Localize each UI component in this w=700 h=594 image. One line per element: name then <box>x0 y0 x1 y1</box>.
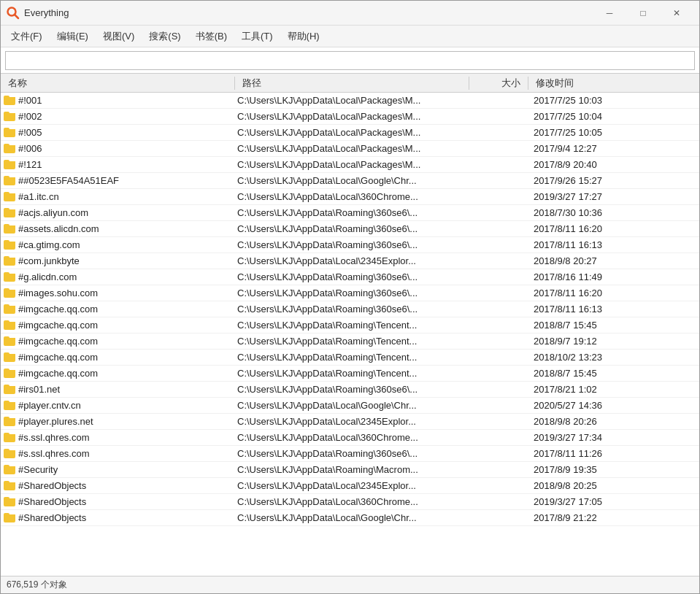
menu-file[interactable]: 文件(F) <box>4 27 50 46</box>
window-controls: ─ □ ✕ <box>593 1 693 26</box>
row-name-text: #imgcache.qq.com <box>18 352 98 363</box>
row-name-cell: #imgcache.qq.com <box>1 336 234 347</box>
folder-icon <box>4 385 15 394</box>
row-modified-cell: 2018/8/7 15:45 <box>526 320 643 331</box>
table-row[interactable]: #!005 C:\Users\LKJ\AppData\Local\Package… <box>1 125 699 141</box>
table-row[interactable]: #irs01.net C:\Users\LKJ\AppData\Roaming\… <box>1 382 699 398</box>
row-path-cell: C:\Users\LKJ\AppData\Local\Google\Chr... <box>234 512 468 523</box>
folder-icon <box>4 417 15 426</box>
table-row[interactable]: #com.junkbyte C:\Users\LKJ\AppData\Local… <box>1 253 699 269</box>
menu-edit[interactable]: 编辑(E) <box>50 27 96 46</box>
close-button[interactable]: ✕ <box>660 1 693 26</box>
row-name-cell: #images.sohu.com <box>1 288 234 298</box>
folder-icon <box>4 513 15 522</box>
folder-icon <box>4 208 15 217</box>
row-name-cell: #imgcache.qq.com <box>1 368 234 379</box>
table-row[interactable]: #g.alicdn.com C:\Users\LKJ\AppData\Roami… <box>1 269 699 285</box>
col-header-size[interactable]: 大小 <box>469 77 528 90</box>
menu-view[interactable]: 视图(V) <box>96 27 142 46</box>
status-text: 676,519 个对象 <box>7 579 67 591</box>
row-path-cell: C:\Users\LKJ\AppData\Roaming\Tencent... <box>234 320 468 331</box>
folder-icon <box>4 336 15 346</box>
row-name-cell: #a1.itc.cn <box>1 191 234 202</box>
row-name-cell: #acjs.aliyun.com <box>1 207 234 218</box>
table-row[interactable]: #player.cntv.cn C:\Users\LKJ\AppData\Loc… <box>1 398 699 414</box>
row-path-cell: C:\Users\LKJ\AppData\Roaming\360se6\... <box>234 207 468 218</box>
row-name-cell: #!006 <box>1 143 234 154</box>
row-name-cell: #SharedObjects <box>1 496 234 507</box>
search-input[interactable] <box>5 51 695 70</box>
search-bar <box>1 47 699 74</box>
row-name-text: #imgcache.qq.com <box>18 368 98 379</box>
row-path-cell: C:\Users\LKJ\AppData\Roaming\Macrom... <box>234 464 468 475</box>
table-row[interactable]: #a1.itc.cn C:\Users\LKJ\AppData\Local\36… <box>1 189 699 205</box>
folder-icon <box>4 369 15 378</box>
row-name-cell: #SharedObjects <box>1 512 234 523</box>
folder-icon <box>4 192 15 201</box>
table-row[interactable]: #imgcache.qq.com C:\Users\LKJ\AppData\Ro… <box>1 301 699 317</box>
col-header-name[interactable]: 名称 <box>1 77 234 90</box>
table-row[interactable]: #imgcache.qq.com C:\Users\LKJ\AppData\Ro… <box>1 350 699 366</box>
row-modified-cell: 2018/8/7 15:45 <box>526 368 643 379</box>
row-path-cell: C:\Users\LKJ\AppData\Roaming\360se6\... <box>234 304 468 315</box>
row-name-text: #assets.alicdn.com <box>18 223 99 234</box>
row-name-text: #player.plures.net <box>18 416 93 427</box>
menu-search[interactable]: 搜索(S) <box>142 27 188 46</box>
table-row[interactable]: #acjs.aliyun.com C:\Users\LKJ\AppData\Ro… <box>1 205 699 221</box>
row-name-text: #a1.itc.cn <box>18 191 59 202</box>
table-row[interactable]: #assets.alicdn.com C:\Users\LKJ\AppData\… <box>1 221 699 237</box>
table-row[interactable]: #SharedObjects C:\Users\LKJ\AppData\Loca… <box>1 510 699 526</box>
row-path-cell: C:\Users\LKJ\AppData\Local\360Chrome... <box>234 191 468 202</box>
row-name-text: #SharedObjects <box>18 512 86 523</box>
folder-icon <box>4 128 15 137</box>
table-row[interactable]: #s.ssl.qhres.com C:\Users\LKJ\AppData\Lo… <box>1 430 699 446</box>
row-path-cell: C:\Users\LKJ\AppData\Local\2345Explor... <box>234 416 468 427</box>
row-modified-cell: 2017/8/21 1:02 <box>526 384 643 395</box>
table-row[interactable]: #SharedObjects C:\Users\LKJ\AppData\Loca… <box>1 478 699 494</box>
row-name-text: #SharedObjects <box>18 496 86 507</box>
table-row[interactable]: #images.sohu.com C:\Users\LKJ\AppData\Ro… <box>1 285 699 301</box>
row-path-cell: C:\Users\LKJ\AppData\Local\360Chrome... <box>234 432 468 443</box>
table-row[interactable]: #imgcache.qq.com C:\Users\LKJ\AppData\Ro… <box>1 317 699 333</box>
menu-help[interactable]: 帮助(H) <box>280 27 327 46</box>
row-modified-cell: 2020/5/27 14:36 <box>526 400 643 411</box>
table-row[interactable]: #!006 C:\Users\LKJ\AppData\Local\Package… <box>1 141 699 157</box>
row-name-cell: #irs01.net <box>1 384 234 395</box>
row-name-cell: #s.ssl.qhres.com <box>1 432 234 443</box>
row-path-cell: C:\Users\LKJ\AppData\Local\Google\Chr... <box>234 175 468 186</box>
folder-icon <box>4 481 15 490</box>
main-window: Everything ─ □ ✕ 文件(F) 编辑(E) 视图(V) 搜索(S)… <box>0 0 700 594</box>
minimize-button[interactable]: ─ <box>593 1 626 26</box>
maximize-button[interactable]: □ <box>626 1 660 26</box>
col-header-modified[interactable]: 修改时间 <box>528 77 645 90</box>
table-row[interactable]: #!002 C:\Users\LKJ\AppData\Local\Package… <box>1 109 699 125</box>
status-bar: 676,519 个对象 <box>1 576 699 593</box>
table-row[interactable]: #s.ssl.qhres.com C:\Users\LKJ\AppData\Ro… <box>1 446 699 462</box>
row-modified-cell: 2017/7/25 10:05 <box>526 127 643 138</box>
table-row[interactable]: #ca.gtimg.com C:\Users\LKJ\AppData\Roami… <box>1 237 699 253</box>
table-row[interactable]: #Security C:\Users\LKJ\AppData\Roaming\M… <box>1 462 699 478</box>
row-path-cell: C:\Users\LKJ\AppData\Local\2345Explor... <box>234 480 468 491</box>
table-row[interactable]: #player.plures.net C:\Users\LKJ\AppData\… <box>1 414 699 430</box>
row-path-cell: C:\Users\LKJ\AppData\Roaming\360se6\... <box>234 239 468 250</box>
row-modified-cell: 2018/9/8 20:26 <box>526 416 643 427</box>
row-name-text: #!121 <box>18 159 42 170</box>
row-path-cell: C:\Users\LKJ\AppData\Roaming\360se6\... <box>234 271 468 282</box>
menu-tools[interactable]: 工具(T) <box>234 27 280 46</box>
row-modified-cell: 2017/8/11 16:13 <box>526 239 643 250</box>
table-row[interactable]: ##0523E5FA54A51EAF C:\Users\LKJ\AppData\… <box>1 173 699 189</box>
row-modified-cell: 2018/9/8 20:27 <box>526 255 643 266</box>
table-row[interactable]: #SharedObjects C:\Users\LKJ\AppData\Loca… <box>1 494 699 510</box>
folder-icon <box>4 96 15 105</box>
row-modified-cell: 2019/3/27 17:05 <box>526 496 643 507</box>
menu-bookmarks[interactable]: 书签(B) <box>188 27 234 46</box>
table-row[interactable]: #imgcache.qq.com C:\Users\LKJ\AppData\Ro… <box>1 366 699 382</box>
row-name-cell: #player.plures.net <box>1 416 234 427</box>
table-row[interactable]: #imgcache.qq.com C:\Users\LKJ\AppData\Ro… <box>1 333 699 350</box>
title-bar: Everything ─ □ ✕ <box>1 1 699 26</box>
table-row[interactable]: #!121 C:\Users\LKJ\AppData\Local\Package… <box>1 157 699 173</box>
folder-icon <box>4 465 15 474</box>
row-path-cell: C:\Users\LKJ\AppData\Local\Packages\M... <box>234 127 468 138</box>
col-header-path[interactable]: 路径 <box>235 77 469 90</box>
table-row[interactable]: #!001 C:\Users\LKJ\AppData\Local\Package… <box>1 93 699 109</box>
